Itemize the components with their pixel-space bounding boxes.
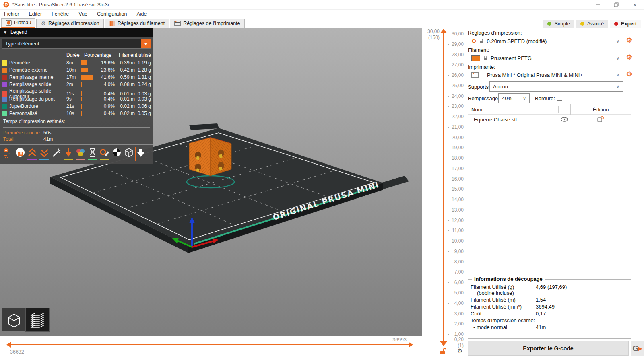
edit-printer-gear-icon[interactable]: ⚙ xyxy=(625,70,633,78)
printer-select[interactable]: Prusa Mini * Original Prusa MINI & MINI+… xyxy=(468,70,623,80)
view-type-dropdown[interactable]: Type d'élément ▼ xyxy=(2,39,151,49)
moves-slider-max: 36993 xyxy=(378,337,407,343)
brim-label: Bordure: xyxy=(535,95,555,101)
slider-settings-gear-icon[interactable]: ⚙ xyxy=(457,347,462,354)
print-settings-value: 0.20mm SPEED (modifié) xyxy=(487,38,547,44)
mode-avance[interactable]: Avancé xyxy=(576,20,608,28)
tool-marker-icon[interactable] xyxy=(135,147,146,161)
tab-re-glages-du-filament[interactable]: Réglages du filament xyxy=(105,19,169,28)
total-time-label: Total: xyxy=(3,136,43,142)
eye-icon[interactable] xyxy=(558,117,570,122)
print-settings-select[interactable]: ⚙ 0.20mm SPEED (modifié) ∨ xyxy=(468,36,623,46)
layer-tick-label: 30,00 xyxy=(450,31,464,37)
gcode-icon[interactable]: G▶ xyxy=(631,341,644,356)
info-row: Filament Utilisé (g)(bobine incluse)4,69… xyxy=(471,284,628,296)
print-time-estimates: Temps d'impression estimés: Première cou… xyxy=(0,117,153,143)
minimize-icon[interactable] xyxy=(588,0,607,10)
tab-re-glages-d-impression[interactable]: ⚙Réglages d'Impression xyxy=(36,19,103,28)
legend-header[interactable]: ▼ Legend xyxy=(0,28,153,37)
layer-tick-label: 15,00 xyxy=(450,186,464,192)
layer-tick-label: 12,00 xyxy=(450,218,464,223)
info-row: Coût0,17 xyxy=(471,310,628,317)
edit-filament-gear-icon[interactable]: ⚙ xyxy=(625,53,633,62)
seams-icon[interactable] xyxy=(51,147,62,161)
layer-slider-upper-handle[interactable] xyxy=(440,29,447,33)
legend-row: Remplissage du pont9s0,4%0.01 m0.03 g xyxy=(2,95,151,103)
legend-row: Personnalisé10s0,4%0.02 m0.05 g xyxy=(2,110,151,117)
maximize-icon[interactable] xyxy=(607,0,625,10)
export-gcode-button[interactable]: Exporter le G-code xyxy=(468,341,629,356)
viewport-3d[interactable]: ORIGINAL PRUSA MINI xyxy=(0,28,422,336)
center-of-gravity-icon[interactable] xyxy=(111,147,122,161)
custom-gcodes-icon[interactable] xyxy=(99,147,110,161)
layer-tick-label: 28,00 xyxy=(450,52,464,58)
menu-configuration[interactable]: Configuration xyxy=(97,11,127,17)
3d-view-button[interactable] xyxy=(2,308,26,331)
collapse-triangle-icon: ▼ xyxy=(3,30,7,35)
shells-icon[interactable] xyxy=(123,147,134,161)
tab-re-glages-de-l-imprimante[interactable]: Réglages de l'Imprimante xyxy=(170,19,244,28)
moves-slider-right-handle[interactable] xyxy=(409,342,413,348)
layer-tick-label: 22,00 xyxy=(450,114,464,119)
layer-tick-label: 9,00 xyxy=(450,249,464,254)
legend-panel: ▼ Legend Type d'élément ▼ Durée Pourcent… xyxy=(0,28,153,164)
print-settings-label: Réglages d'impression: xyxy=(468,30,522,36)
feature-color-swatch xyxy=(2,82,7,87)
dropdown-arrow-icon[interactable]: ▼ xyxy=(141,39,151,48)
menu-fichier[interactable]: Fichier xyxy=(4,11,19,17)
edit-object-icon[interactable] xyxy=(570,116,631,123)
layer-slider-track[interactable] xyxy=(443,33,444,341)
mode-expert[interactable]: Expert xyxy=(610,20,641,28)
window-title: *Sans titre - PrusaSlicer-2.6.1 basé sur… xyxy=(12,2,109,8)
layer-tick-label: 8,00 xyxy=(450,259,464,265)
moves-slider-min: 36632 xyxy=(10,349,24,355)
info-row: Temps d'impression estimé: xyxy=(471,317,628,324)
sliced-object[interactable] xyxy=(189,137,231,176)
close-icon[interactable]: × xyxy=(625,0,644,10)
mode-dot-icon xyxy=(614,22,618,26)
tab-plateau[interactable]: Plateau xyxy=(1,18,35,28)
supports-value: Aucun xyxy=(493,84,508,90)
menu-aide[interactable]: Aide xyxy=(136,11,147,17)
infill-select[interactable]: 40% ∨ xyxy=(498,93,530,103)
menu-fenetre[interactable]: Fenêtre xyxy=(52,11,69,17)
layer-tick-label: 2,00 xyxy=(450,321,464,327)
settings-sidebar: Réglages d'impression: ⚙ 0.20mm SPEED (m… xyxy=(465,28,644,362)
tool-changes-icon[interactable] xyxy=(63,147,74,161)
feature-color-swatch xyxy=(2,104,7,109)
layer-slider-lower-handle[interactable] xyxy=(440,341,447,346)
color-changes-icon[interactable] xyxy=(75,147,86,161)
moves-slider-left-handle[interactable] xyxy=(6,342,11,348)
chevron-down-icon: ∨ xyxy=(523,96,526,101)
object-row[interactable]: Equerre Chaise.stl xyxy=(468,115,631,124)
menu-editer[interactable]: Editer xyxy=(29,11,42,17)
object-name: Equerre Chaise.stl xyxy=(468,117,558,123)
mode-dot-icon xyxy=(547,22,551,26)
supports-select[interactable]: Aucun ∨ xyxy=(489,81,623,92)
feature-color-swatch xyxy=(2,111,7,116)
mode-switcher: SimpleAvancéExpert xyxy=(543,20,644,28)
layer-tick-label: 1,00 xyxy=(450,331,464,337)
lock-icon[interactable] xyxy=(440,348,446,356)
layer-tick-label: 27,00 xyxy=(450,62,464,68)
deretractions-icon[interactable] xyxy=(39,147,50,161)
edit-print-settings-gear-icon[interactable]: ⚙ xyxy=(625,37,633,45)
menu-vue[interactable]: Vue xyxy=(78,11,87,17)
filament-label: Filament: xyxy=(468,47,489,53)
moves-slider-track[interactable] xyxy=(11,344,409,345)
filament-select[interactable]: Prusament PETG ∨ xyxy=(468,53,623,63)
wipe-icon[interactable] xyxy=(14,147,25,161)
platter-icon xyxy=(6,20,12,26)
layer-tick-label: 24,00 xyxy=(450,93,464,99)
pause-prints-icon[interactable] xyxy=(87,147,98,161)
mode-dot-icon xyxy=(580,22,584,26)
layer-tick-label: 6,00 xyxy=(450,280,464,285)
retractions-icon[interactable] xyxy=(27,147,37,161)
legend-title: Legend xyxy=(10,29,27,35)
brim-checkbox[interactable] xyxy=(557,95,562,101)
mode-simple[interactable]: Simple xyxy=(543,20,574,28)
chevron-down-icon: ∨ xyxy=(616,56,619,61)
layers-view-button[interactable] xyxy=(26,308,49,331)
travel-paths-icon[interactable] xyxy=(2,147,13,161)
layer-tick-label: 5,00 xyxy=(450,290,464,296)
